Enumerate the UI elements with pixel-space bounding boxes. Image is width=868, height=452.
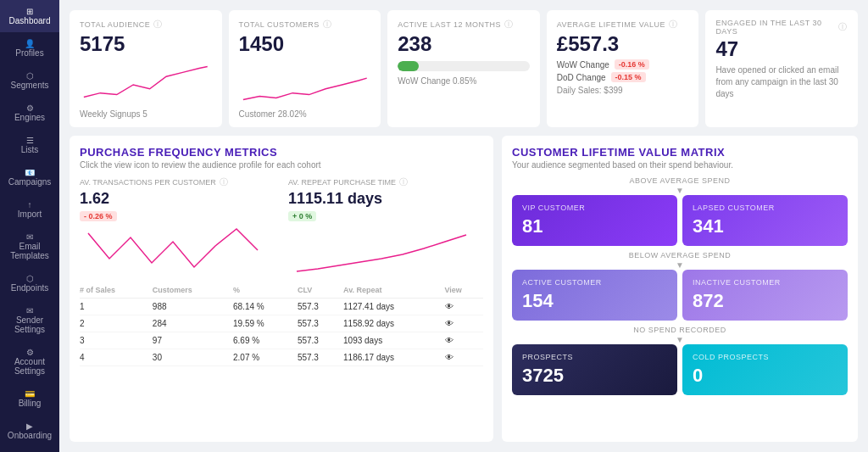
table-row: 2 284 19.59 % 557.3 1158.92 days 👁 bbox=[80, 315, 483, 332]
sidebar-label-campaigns: Campaigns bbox=[8, 177, 52, 187]
inactive-customer-card[interactable]: INACTIVE CUSTOMER 872 bbox=[682, 270, 848, 321]
sidebar-item-account-settings[interactable]: ⚙ Account Settings bbox=[0, 341, 59, 382]
sidebar-item-email-templates[interactable]: ✉ Email Templates bbox=[0, 226, 59, 267]
avg-lifetime-value: £557.3 bbox=[557, 32, 689, 56]
frequency-table: # of Sales Customers % CLV Av. Repeat Vi… bbox=[80, 282, 483, 366]
sidebar-label-dashboard: Dashboard bbox=[9, 16, 51, 25]
sidebar-item-onboarding[interactable]: ▶ Onboarding bbox=[0, 415, 59, 447]
active-customer-card[interactable]: ACTIVE CUSTOMER 154 bbox=[512, 270, 677, 321]
metric-engaged-30d: ENGAGED IN THE LAST 30 DAYS ⓘ 47 Have op… bbox=[705, 10, 858, 127]
total-audience-value: 5175 bbox=[80, 32, 212, 56]
no-spend-row: PROSPECTS 3725 COLD PROSPECTS 0 bbox=[512, 344, 848, 395]
total-audience-info-icon[interactable]: ⓘ bbox=[153, 19, 163, 31]
billing-icon: 💳 bbox=[3, 389, 56, 399]
sidebar-label-onboarding: Onboarding bbox=[8, 431, 52, 440]
prospects-card[interactable]: PROSPECTS 3725 bbox=[512, 344, 677, 395]
cell-pct: 68.14 % bbox=[233, 299, 298, 315]
cell-clv: 557.3 bbox=[298, 349, 343, 366]
cell-view[interactable]: 👁 bbox=[445, 349, 483, 366]
account-settings-icon: ⚙ bbox=[3, 348, 56, 357]
sidebar-item-endpoints[interactable]: ⬡ Endpoints bbox=[0, 267, 59, 299]
sidebar-item-segments[interactable]: ⬡ Segments bbox=[0, 64, 59, 97]
clv-matrix-section: CUSTOMER LIFETIME VALUE MATRIX Your audi… bbox=[502, 136, 858, 442]
avg-transactions-chart bbox=[80, 225, 275, 276]
purchase-freq-title: PURCHASE FREQUENCY METRICS bbox=[80, 146, 483, 159]
purchase-freq-metrics-pair: Av. Transactions per customer ⓘ 1.62 - 0… bbox=[80, 176, 483, 276]
sidebar-label-lists: Lists bbox=[21, 145, 39, 154]
active-12m-label: ACTIVE LAST 12 MONTHS bbox=[398, 20, 501, 29]
avg-repeat-chart bbox=[288, 225, 483, 276]
campaigns-icon: 📧 bbox=[3, 168, 56, 177]
wow-change-badge: -0.16 % bbox=[615, 59, 649, 70]
cold-prospects-card[interactable]: COLD PROSPECTS 0 bbox=[682, 344, 848, 395]
cell-pct: 2.07 % bbox=[233, 349, 298, 366]
active-12m-info-icon[interactable]: ⓘ bbox=[504, 19, 514, 31]
purchase-freq-subtitle: Click the view icon to review the audien… bbox=[80, 160, 483, 170]
cell-sales: 1 bbox=[80, 299, 153, 315]
sidebar-item-engines[interactable]: ⚙ Engines bbox=[0, 97, 59, 129]
avg-lifetime-info-icon[interactable]: ⓘ bbox=[669, 19, 678, 31]
total-customers-chart bbox=[239, 59, 371, 106]
sidebar: ⊞ Dashboard 👤 Profiles ⬡ Segments ⚙ Engi… bbox=[0, 0, 59, 452]
cell-clv: 557.3 bbox=[298, 332, 343, 349]
metrics-row: TOTAL AUDIENCE ⓘ 5175 Weekly Signups 5 T… bbox=[70, 10, 858, 127]
cell-sales: 3 bbox=[80, 332, 153, 349]
total-customers-sub: Customer 28.02% bbox=[239, 109, 371, 119]
sidebar-item-profiles[interactable]: 👤 Profiles bbox=[0, 32, 59, 64]
avg-repeat-badge: + 0 % bbox=[288, 211, 316, 221]
avg-transactions-info-icon[interactable]: ⓘ bbox=[220, 176, 228, 188]
cell-view[interactable]: 👁 bbox=[445, 315, 483, 332]
engaged-30d-info-icon[interactable]: ⓘ bbox=[838, 21, 848, 33]
sidebar-item-billing[interactable]: 💳 Billing bbox=[0, 382, 59, 415]
cell-customers: 30 bbox=[153, 349, 233, 366]
dod-change-badge: -0.15 % bbox=[611, 72, 646, 82]
avg-lifetime-label: AVERAGE LIFETIME VALUE bbox=[557, 20, 665, 29]
total-customers-info-icon[interactable]: ⓘ bbox=[323, 19, 332, 31]
import-icon: ↑ bbox=[3, 200, 56, 209]
inactive-label: INACTIVE CUSTOMER bbox=[693, 278, 837, 287]
sidebar-label-engines: Engines bbox=[14, 113, 45, 122]
table-row: 4 30 2.07 % 557.3 1186.17 days 👁 bbox=[80, 349, 483, 366]
cell-pct: 19.59 % bbox=[233, 315, 298, 332]
cell-view[interactable]: 👁 bbox=[445, 332, 483, 349]
lapsed-value: 341 bbox=[693, 215, 837, 237]
avg-repeat-info-icon[interactable]: ⓘ bbox=[399, 176, 408, 188]
lapsed-label: LAPSED CUSTOMER bbox=[693, 204, 837, 212]
engaged-30d-value: 47 bbox=[715, 37, 848, 61]
lapsed-customer-card[interactable]: LAPSED CUSTOMER 341 bbox=[682, 195, 848, 246]
cell-repeat: 1127.41 days bbox=[343, 299, 444, 315]
sidebar-label-segments: Segments bbox=[10, 81, 48, 90]
avg-transactions-label: Av. Transactions per customer bbox=[80, 178, 216, 187]
sidebar-item-import[interactable]: ↑ Import bbox=[0, 193, 59, 226]
cell-sales: 4 bbox=[80, 349, 153, 366]
sidebar-label-email-templates: Email Templates bbox=[10, 242, 49, 260]
sidebar-item-lists[interactable]: ☰ Lists bbox=[0, 129, 59, 161]
main-content: TOTAL AUDIENCE ⓘ 5175 Weekly Signups 5 T… bbox=[59, 0, 868, 452]
vip-customer-card[interactable]: VIP CUSTOMER 81 bbox=[512, 195, 677, 246]
metric-active-12m: ACTIVE LAST 12 MONTHS ⓘ 238 WoW Change 0… bbox=[387, 10, 540, 127]
sidebar-label-profiles: Profiles bbox=[15, 48, 43, 58]
metric-avg-lifetime: AVERAGE LIFETIME VALUE ⓘ £557.3 WoW Chan… bbox=[547, 10, 699, 127]
vip-value: 81 bbox=[522, 215, 667, 237]
engaged-30d-label: ENGAGED IN THE LAST 30 DAYS bbox=[715, 19, 835, 36]
col-view: View bbox=[445, 282, 483, 299]
sidebar-item-sender-settings[interactable]: ✉ Sender Settings bbox=[0, 299, 59, 341]
sidebar-item-dashboard[interactable]: ⊞ Dashboard bbox=[0, 0, 59, 32]
sidebar-item-campaigns[interactable]: 📧 Campaigns bbox=[0, 161, 59, 193]
above-avg-row: VIP CUSTOMER 81 LAPSED CUSTOMER 341 bbox=[512, 195, 848, 246]
below-avg-label: BELOW AVERAGE SPEND bbox=[512, 251, 848, 259]
table-header-row: # of Sales Customers % CLV Av. Repeat Vi… bbox=[80, 282, 483, 299]
no-spend-chevron: ▼ bbox=[512, 336, 848, 344]
sidebar-label-import: Import bbox=[18, 209, 42, 219]
table-row: 3 97 6.69 % 557.3 1093 days 👁 bbox=[80, 332, 483, 349]
active-value: 154 bbox=[522, 290, 667, 312]
cold-label: COLD PROSPECTS bbox=[693, 353, 837, 361]
cell-customers: 988 bbox=[153, 299, 233, 315]
profiles-icon: 👤 bbox=[3, 39, 56, 48]
col-customers: Customers bbox=[153, 282, 233, 299]
cell-view[interactable]: 👁 bbox=[445, 299, 483, 315]
cell-customers: 97 bbox=[153, 332, 233, 349]
segments-icon: ⬡ bbox=[3, 71, 56, 81]
total-audience-sub: Weekly Signups 5 bbox=[80, 109, 212, 119]
cell-repeat: 1158.92 days bbox=[343, 315, 444, 332]
